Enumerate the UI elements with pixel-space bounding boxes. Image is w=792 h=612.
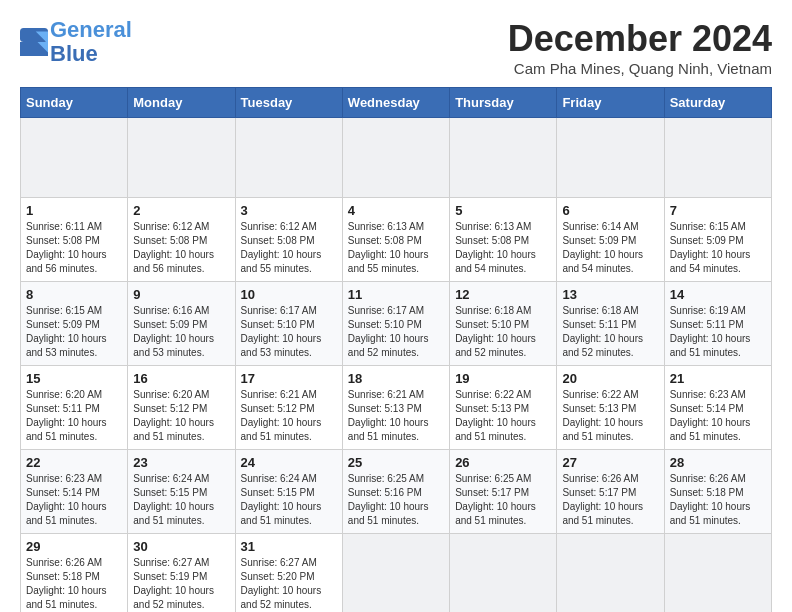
day-number: 12: [455, 287, 551, 302]
day-info: Sunrise: 6:24 AMSunset: 5:15 PMDaylight:…: [133, 472, 229, 528]
table-row: [664, 534, 771, 613]
day-number: 28: [670, 455, 766, 470]
table-row: 26Sunrise: 6:25 AMSunset: 5:17 PMDayligh…: [450, 450, 557, 534]
table-row: 8Sunrise: 6:15 AMSunset: 5:09 PMDaylight…: [21, 282, 128, 366]
table-row: [450, 118, 557, 198]
day-info: Sunrise: 6:17 AMSunset: 5:10 PMDaylight:…: [348, 304, 444, 360]
day-number: 20: [562, 371, 658, 386]
day-info: Sunrise: 6:21 AMSunset: 5:12 PMDaylight:…: [241, 388, 337, 444]
page: General Blue December 2024 Cam Pha Mines…: [0, 0, 792, 612]
day-number: 18: [348, 371, 444, 386]
table-row: 7Sunrise: 6:15 AMSunset: 5:09 PMDaylight…: [664, 198, 771, 282]
day-number: 31: [241, 539, 337, 554]
table-row: [128, 118, 235, 198]
header-saturday: Saturday: [664, 88, 771, 118]
day-number: 2: [133, 203, 229, 218]
table-row: [664, 118, 771, 198]
calendar-week-row: 1Sunrise: 6:11 AMSunset: 5:08 PMDaylight…: [21, 198, 772, 282]
table-row: 28Sunrise: 6:26 AMSunset: 5:18 PMDayligh…: [664, 450, 771, 534]
logo-icon: [20, 28, 48, 56]
day-number: 25: [348, 455, 444, 470]
day-info: Sunrise: 6:19 AMSunset: 5:11 PMDaylight:…: [670, 304, 766, 360]
day-number: 6: [562, 203, 658, 218]
day-number: 29: [26, 539, 122, 554]
day-info: Sunrise: 6:26 AMSunset: 5:17 PMDaylight:…: [562, 472, 658, 528]
day-info: Sunrise: 6:25 AMSunset: 5:16 PMDaylight:…: [348, 472, 444, 528]
table-row: 3Sunrise: 6:12 AMSunset: 5:08 PMDaylight…: [235, 198, 342, 282]
day-info: Sunrise: 6:20 AMSunset: 5:12 PMDaylight:…: [133, 388, 229, 444]
day-info: Sunrise: 6:12 AMSunset: 5:08 PMDaylight:…: [241, 220, 337, 276]
day-number: 26: [455, 455, 551, 470]
day-number: 24: [241, 455, 337, 470]
table-row: 15Sunrise: 6:20 AMSunset: 5:11 PMDayligh…: [21, 366, 128, 450]
day-number: 7: [670, 203, 766, 218]
day-number: 9: [133, 287, 229, 302]
table-row: 30Sunrise: 6:27 AMSunset: 5:19 PMDayligh…: [128, 534, 235, 613]
day-number: 15: [26, 371, 122, 386]
header-thursday: Thursday: [450, 88, 557, 118]
month-title: December 2024: [508, 18, 772, 60]
table-row: [21, 118, 128, 198]
day-info: Sunrise: 6:24 AMSunset: 5:15 PMDaylight:…: [241, 472, 337, 528]
header-friday: Friday: [557, 88, 664, 118]
table-row: 27Sunrise: 6:26 AMSunset: 5:17 PMDayligh…: [557, 450, 664, 534]
day-number: 3: [241, 203, 337, 218]
day-number: 13: [562, 287, 658, 302]
day-info: Sunrise: 6:16 AMSunset: 5:09 PMDaylight:…: [133, 304, 229, 360]
day-info: Sunrise: 6:12 AMSunset: 5:08 PMDaylight:…: [133, 220, 229, 276]
table-row: [557, 118, 664, 198]
weekday-header-row: Sunday Monday Tuesday Wednesday Thursday…: [21, 88, 772, 118]
location: Cam Pha Mines, Quang Ninh, Vietnam: [508, 60, 772, 77]
calendar-table: Sunday Monday Tuesday Wednesday Thursday…: [20, 87, 772, 612]
calendar-week-row: 8Sunrise: 6:15 AMSunset: 5:09 PMDaylight…: [21, 282, 772, 366]
day-info: Sunrise: 6:18 AMSunset: 5:11 PMDaylight:…: [562, 304, 658, 360]
table-row: 21Sunrise: 6:23 AMSunset: 5:14 PMDayligh…: [664, 366, 771, 450]
table-row: 1Sunrise: 6:11 AMSunset: 5:08 PMDaylight…: [21, 198, 128, 282]
table-row: 5Sunrise: 6:13 AMSunset: 5:08 PMDaylight…: [450, 198, 557, 282]
table-row: 31Sunrise: 6:27 AMSunset: 5:20 PMDayligh…: [235, 534, 342, 613]
day-info: Sunrise: 6:21 AMSunset: 5:13 PMDaylight:…: [348, 388, 444, 444]
day-info: Sunrise: 6:22 AMSunset: 5:13 PMDaylight:…: [455, 388, 551, 444]
day-info: Sunrise: 6:23 AMSunset: 5:14 PMDaylight:…: [26, 472, 122, 528]
header-monday: Monday: [128, 88, 235, 118]
day-info: Sunrise: 6:20 AMSunset: 5:11 PMDaylight:…: [26, 388, 122, 444]
header: General Blue December 2024 Cam Pha Mines…: [20, 18, 772, 77]
day-info: Sunrise: 6:11 AMSunset: 5:08 PMDaylight:…: [26, 220, 122, 276]
calendar-week-row: 29Sunrise: 6:26 AMSunset: 5:18 PMDayligh…: [21, 534, 772, 613]
day-info: Sunrise: 6:15 AMSunset: 5:09 PMDaylight:…: [26, 304, 122, 360]
day-info: Sunrise: 6:27 AMSunset: 5:19 PMDaylight:…: [133, 556, 229, 612]
day-number: 22: [26, 455, 122, 470]
table-row: 18Sunrise: 6:21 AMSunset: 5:13 PMDayligh…: [342, 366, 449, 450]
table-row: 12Sunrise: 6:18 AMSunset: 5:10 PMDayligh…: [450, 282, 557, 366]
table-row: [235, 118, 342, 198]
table-row: [557, 534, 664, 613]
table-row: 14Sunrise: 6:19 AMSunset: 5:11 PMDayligh…: [664, 282, 771, 366]
day-info: Sunrise: 6:14 AMSunset: 5:09 PMDaylight:…: [562, 220, 658, 276]
table-row: 11Sunrise: 6:17 AMSunset: 5:10 PMDayligh…: [342, 282, 449, 366]
table-row: [342, 534, 449, 613]
day-info: Sunrise: 6:27 AMSunset: 5:20 PMDaylight:…: [241, 556, 337, 612]
day-info: Sunrise: 6:13 AMSunset: 5:08 PMDaylight:…: [455, 220, 551, 276]
day-number: 27: [562, 455, 658, 470]
day-number: 11: [348, 287, 444, 302]
day-number: 5: [455, 203, 551, 218]
day-info: Sunrise: 6:13 AMSunset: 5:08 PMDaylight:…: [348, 220, 444, 276]
header-wednesday: Wednesday: [342, 88, 449, 118]
day-info: Sunrise: 6:17 AMSunset: 5:10 PMDaylight:…: [241, 304, 337, 360]
day-number: 8: [26, 287, 122, 302]
day-info: Sunrise: 6:23 AMSunset: 5:14 PMDaylight:…: [670, 388, 766, 444]
table-row: [342, 118, 449, 198]
day-info: Sunrise: 6:26 AMSunset: 5:18 PMDaylight:…: [26, 556, 122, 612]
calendar-week-row: 22Sunrise: 6:23 AMSunset: 5:14 PMDayligh…: [21, 450, 772, 534]
day-number: 10: [241, 287, 337, 302]
logo: General Blue: [20, 18, 132, 66]
table-row: 25Sunrise: 6:25 AMSunset: 5:16 PMDayligh…: [342, 450, 449, 534]
table-row: 19Sunrise: 6:22 AMSunset: 5:13 PMDayligh…: [450, 366, 557, 450]
day-info: Sunrise: 6:22 AMSunset: 5:13 PMDaylight:…: [562, 388, 658, 444]
day-number: 16: [133, 371, 229, 386]
day-info: Sunrise: 6:18 AMSunset: 5:10 PMDaylight:…: [455, 304, 551, 360]
table-row: 13Sunrise: 6:18 AMSunset: 5:11 PMDayligh…: [557, 282, 664, 366]
day-info: Sunrise: 6:26 AMSunset: 5:18 PMDaylight:…: [670, 472, 766, 528]
table-row: 9Sunrise: 6:16 AMSunset: 5:09 PMDaylight…: [128, 282, 235, 366]
table-row: 2Sunrise: 6:12 AMSunset: 5:08 PMDaylight…: [128, 198, 235, 282]
